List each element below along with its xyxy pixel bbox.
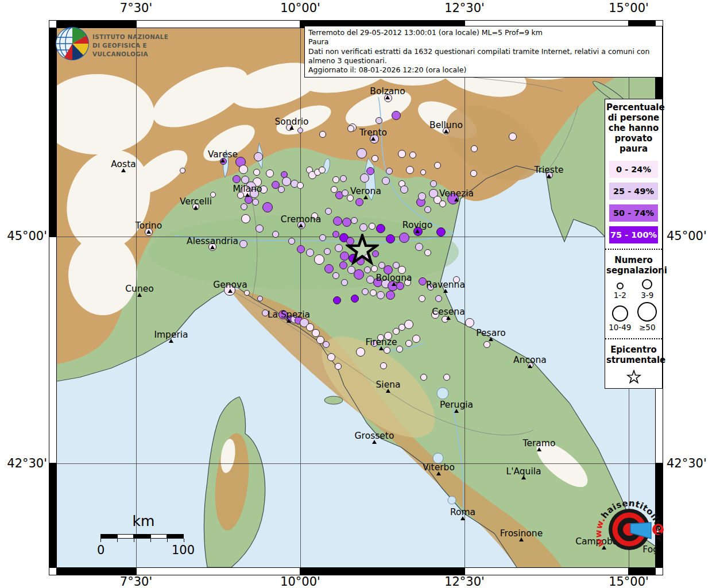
axis-label-top-7-30: 7°30' bbox=[104, 1, 168, 15]
legend-title: Percentuale di persone che hanno provato… bbox=[605, 99, 662, 156]
legend-signal-item: ≥50 bbox=[637, 302, 657, 332]
axis-label-top-10-00: 10°00' bbox=[269, 1, 332, 15]
scale-seg-1 bbox=[100, 534, 117, 539]
city-marker bbox=[287, 319, 291, 323]
city-marker bbox=[137, 293, 142, 297]
city-marker bbox=[528, 364, 532, 368]
legend-color-classes: 0 - 24%25 - 49%50 - 74%75 - 100% bbox=[605, 161, 662, 243]
signal-size-circle bbox=[612, 305, 628, 322]
city-marker bbox=[444, 129, 448, 133]
frame-bottom-seg1 bbox=[57, 567, 136, 575]
ingv-logo: ISTITUTO NAZIONALE DI GEOFISICA E VULCAN… bbox=[55, 26, 198, 63]
legend-signals-title: Numero segnalazioni bbox=[605, 252, 662, 278]
city-marker bbox=[220, 158, 225, 163]
axis-label-bottom-7-30: 7°30' bbox=[104, 575, 168, 588]
legend-signal-sizes: 1-23-910-49≥50 bbox=[605, 278, 662, 333]
city-marker bbox=[210, 245, 215, 249]
scale-seg-3 bbox=[134, 534, 150, 539]
city-marker bbox=[489, 337, 493, 341]
legend-swatch: 25 - 49% bbox=[609, 183, 658, 200]
title-line-updated: Aggiornato il: 08-01-2026 12:20 (ora loc… bbox=[308, 65, 659, 75]
city-marker bbox=[392, 282, 396, 286]
city-marker bbox=[245, 193, 250, 197]
title-line-disclaimer: Dati non verificati estratti da 1632 que… bbox=[308, 47, 659, 66]
scale-seg-2 bbox=[117, 534, 134, 539]
axis-label-left-45-00: 45°00' bbox=[1, 229, 47, 243]
signal-size-circle bbox=[637, 302, 657, 322]
city-marker bbox=[228, 289, 233, 293]
scale-end-label: 100 bbox=[172, 543, 195, 557]
legend-epicenter-title: Epicentro strumentale bbox=[605, 342, 662, 368]
axis-label-top-12-30: 12°30' bbox=[433, 1, 496, 15]
scale-start-label: 0 bbox=[97, 543, 104, 557]
city-marker bbox=[460, 516, 465, 520]
city-marker bbox=[454, 409, 459, 413]
scale-tick bbox=[100, 539, 101, 542]
ingv-text-line2: DI GEOFISICA E VULCANOLOGIA bbox=[92, 42, 193, 59]
scale-tick bbox=[184, 539, 184, 542]
city-marker bbox=[443, 289, 448, 293]
signal-size-circle bbox=[617, 283, 624, 289]
signal-size-label: 10-49 bbox=[609, 323, 631, 332]
ingv-text-line1: ISTITUTO NAZIONALE bbox=[92, 33, 193, 42]
scale-bar: km 0 100 bbox=[95, 513, 192, 559]
axis-label-top-15-00: 15°00' bbox=[597, 1, 660, 15]
city-marker bbox=[436, 471, 441, 475]
scale-seg-5 bbox=[167, 534, 184, 539]
map-canvas: AostaVareseSondrioBolzanoTrentoBellunoTr… bbox=[57, 28, 655, 567]
legend-divider-2 bbox=[605, 338, 662, 339]
city-marker bbox=[415, 229, 420, 233]
city-marker bbox=[169, 339, 173, 343]
city-marker bbox=[521, 475, 526, 479]
axis-label-right-42-30: 42°30' bbox=[667, 457, 719, 470]
title-box: Terremoto del 29-05-2012 13:00:01 (ora l… bbox=[304, 26, 663, 78]
frame-bottom-seg3 bbox=[300, 567, 464, 575]
legend-signal-item: 3-9 bbox=[641, 279, 653, 300]
signal-size-circle bbox=[642, 279, 652, 289]
scale-tick bbox=[167, 539, 168, 542]
city-marker bbox=[547, 174, 551, 178]
scale-tick bbox=[150, 539, 151, 542]
city-marker bbox=[121, 168, 126, 172]
city-marker bbox=[386, 389, 390, 393]
axis-label-left-42-30: 42°30' bbox=[1, 457, 47, 470]
frame-left-seg3 bbox=[49, 463, 57, 567]
frame-corner-bl bbox=[49, 567, 57, 575]
axis-label-bottom-15-00: 15°00' bbox=[597, 575, 660, 588]
legend-signal-item: 1-2 bbox=[614, 283, 626, 300]
city-marker bbox=[537, 447, 541, 451]
city-marker bbox=[146, 230, 151, 234]
axis-label-right-45-00: 45°00' bbox=[667, 229, 719, 243]
legend-signal-item: 10-49 bbox=[609, 305, 631, 332]
scale-tick bbox=[134, 539, 134, 542]
ingv-earthquake-map-screenshot: AostaVareseSondrioBolzanoTrentoBellunoTr… bbox=[0, 0, 720, 588]
legend-swatch: 50 - 74% bbox=[609, 204, 658, 222]
legend-swatch: 0 - 24% bbox=[609, 161, 658, 178]
legend-swatch: 75 - 100% bbox=[609, 226, 658, 243]
city-marker bbox=[454, 198, 459, 202]
city-marker bbox=[519, 537, 524, 541]
frame-bottom-seg2 bbox=[136, 567, 300, 575]
city-marker bbox=[372, 440, 377, 444]
title-line-event: Terremoto del 29-05-2012 13:00:01 (ora l… bbox=[308, 28, 659, 37]
city-marker bbox=[385, 95, 390, 99]
scale-seg-4 bbox=[150, 534, 167, 539]
city-marker bbox=[289, 126, 294, 130]
frame-left-seg2 bbox=[49, 237, 57, 463]
city-marker bbox=[379, 346, 384, 350]
signal-size-label: 1-2 bbox=[614, 291, 626, 300]
scale-bar-unit: km bbox=[95, 513, 192, 529]
axis-label-bottom-12-30: 12°30' bbox=[433, 575, 496, 588]
haisentitoilterremoto-logo: ? www.haisentitoilterremoto.it bbox=[590, 486, 676, 572]
signal-size-label: ≥50 bbox=[637, 323, 657, 332]
scale-tick bbox=[117, 539, 118, 542]
legend-panel: Percentuale di persone che hanno provato… bbox=[605, 99, 663, 389]
axis-label-bottom-10-00: 10°00' bbox=[269, 575, 332, 588]
city-labels: AostaVareseSondrioBolzanoTrentoBellunoTr… bbox=[57, 28, 655, 567]
city-marker bbox=[363, 195, 368, 199]
city-marker bbox=[446, 316, 451, 320]
city-marker bbox=[371, 137, 376, 141]
signal-size-label: 3-9 bbox=[641, 291, 653, 300]
title-line-paura: Paura bbox=[308, 37, 659, 47]
legend-divider-1 bbox=[605, 249, 662, 250]
